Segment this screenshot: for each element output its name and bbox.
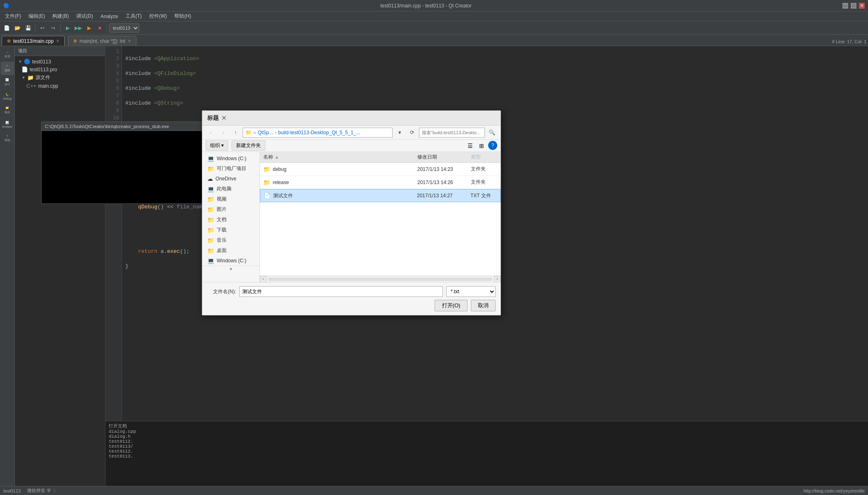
sidebar-item-project[interactable]: 📁 项目: [1, 104, 14, 117]
hscroll-right-btn[interactable]: ›: [494, 276, 501, 283]
nav-scroll-down[interactable]: ▼: [202, 266, 260, 272]
sidebar-item-analyze[interactable]: 📊 Analyze: [1, 118, 14, 131]
col-header-date[interactable]: 修改日期: [414, 154, 468, 161]
tree-item-main-cpp[interactable]: C++ main.cpp: [15, 82, 105, 90]
tree-item-test0113[interactable]: ▼ 🔵 test0113: [15, 58, 105, 65]
menu-analyze[interactable]: Analyze: [97, 13, 122, 20]
nav-icon-downloads: 📁: [207, 227, 214, 233]
sidebar-item-welcome[interactable]: ⌂ 欢迎: [1, 48, 14, 61]
nav-forward-button[interactable]: ›: [218, 127, 229, 138]
menu-file[interactable]: 文件(F): [2, 12, 24, 21]
file-type-debug: 文件夹: [468, 166, 501, 173]
analyze-icon: 📊: [5, 121, 9, 124]
file-row-testfile[interactable]: 📄 测试文件 2017/1/13 14:27 TXT 文件: [260, 189, 501, 202]
nav-refresh-button[interactable]: ⟳: [407, 127, 417, 138]
col-header-name[interactable]: 名称 ▲: [260, 154, 414, 161]
dialog-ok-button[interactable]: 打开(O): [435, 300, 468, 311]
dialog-title-text: 标题: [207, 114, 219, 122]
tab-close-main-cpp[interactable]: ✕: [56, 39, 59, 43]
project-selector[interactable]: test0113: [109, 23, 139, 33]
filename-input[interactable]: [239, 286, 443, 297]
nav-icon-this-pc: 💻: [207, 186, 214, 192]
nav-item-videos[interactable]: 📁 视频: [202, 194, 260, 204]
col-header-type[interactable]: 类型: [468, 154, 501, 161]
menu-edit[interactable]: 编辑(E): [25, 12, 48, 21]
tab-main-cpp[interactable]: ⊕ test0113/main.cpp ✕: [2, 36, 65, 46]
sidebar-item-debug[interactable]: 🐛 Debug: [1, 90, 14, 103]
nav-item-pictures[interactable]: 📁 图片: [202, 204, 260, 215]
minimize-button[interactable]: —: [842, 3, 848, 9]
menu-build[interactable]: 构建(B): [49, 12, 72, 21]
tree-item-pro[interactable]: 📄 test0113.pro: [15, 65, 105, 73]
tab-label-function: main(int, char *[]): int: [80, 38, 125, 44]
menu-controls[interactable]: 控件(W): [146, 12, 170, 21]
toolbar-stop-btn[interactable]: ■: [95, 23, 105, 33]
help-dialog-button[interactable]: ?: [488, 141, 497, 150]
col-name-label: 名称: [263, 154, 273, 161]
hscroll-left-btn[interactable]: ‹: [260, 276, 267, 283]
nav-back-button[interactable]: ‹: [206, 127, 216, 138]
view-details-button[interactable]: ⊞: [477, 141, 487, 151]
tab-function[interactable]: ⊕ main(int, char *[]): int ✕: [68, 36, 136, 46]
nav-item-windows-c2[interactable]: 💻 Windows (C:): [202, 256, 260, 266]
menu-help[interactable]: 帮助(H): [171, 12, 194, 21]
toolbar-new-btn[interactable]: 📄: [2, 23, 12, 33]
nav-item-onedrive[interactable]: ☁ OneDrive: [202, 174, 260, 184]
menu-tools[interactable]: 工具(T): [122, 12, 145, 21]
file-list-header: 名称 ▲ 修改日期 类型: [260, 152, 501, 163]
output-line-1: 打开文档: [109, 423, 865, 429]
organize-button[interactable]: 组织 ▾: [206, 140, 228, 151]
nav-search-button[interactable]: 🔍: [487, 127, 497, 138]
view-list-button[interactable]: ☰: [465, 141, 475, 151]
nav-search-input[interactable]: [419, 128, 485, 138]
nav-icon-desktop: 📁: [207, 248, 214, 254]
menu-debug[interactable]: 调试(D): [73, 12, 96, 21]
nav-dropdown-button[interactable]: ▾: [394, 127, 405, 138]
dialog-cancel-button[interactable]: 取消: [471, 300, 496, 311]
maximize-button[interactable]: □: [851, 3, 856, 9]
nav-item-windows-c[interactable]: 💻 Windows (C:): [202, 154, 260, 163]
sidebar-item-edit[interactable]: ✏ 编辑: [1, 62, 14, 75]
edit-icon: ✏: [6, 64, 9, 68]
nav-item-docs[interactable]: 📁 文档: [202, 215, 260, 225]
dialog-left-nav: 💻 Windows (C:) 📁 可门电厂项目 ☁ OneDrive 💻 此电脑…: [202, 152, 260, 282]
toolbar-open-btn[interactable]: 📂: [12, 23, 22, 33]
dialog-close-button[interactable]: ✕: [219, 113, 229, 123]
nav-item-keymen[interactable]: 📁 可门电厂项目: [202, 163, 260, 174]
toolbar-run-btn[interactable]: ▶▶: [73, 23, 83, 33]
path-segment-2[interactable]: build-test0113-Desktop_Qt_5_5_1_...: [278, 130, 360, 135]
toolbar-save-btn[interactable]: 💾: [23, 23, 33, 33]
edit-label: 编辑: [5, 68, 10, 72]
path-folder-icon: 📁: [246, 130, 252, 135]
nav-item-music[interactable]: 📁 音乐: [202, 235, 260, 245]
nav-item-desktop[interactable]: 📁 桌面: [202, 245, 260, 256]
file-row-debug[interactable]: 📁 debug 2017/1/13 14:23 文件夹: [260, 163, 501, 176]
close-button[interactable]: ✕: [859, 3, 865, 9]
sidebar-item-design[interactable]: ⬜ 设计: [1, 76, 14, 89]
new-folder-button[interactable]: 新建文件夹: [232, 140, 265, 151]
nav-item-downloads[interactable]: 📁 下载: [202, 225, 260, 235]
file-row-release[interactable]: 📁 release 2017/1/13 14:26 文件夹: [260, 176, 501, 189]
analyze-label: Analyze: [2, 125, 12, 128]
tab-close-function[interactable]: ✕: [128, 39, 131, 43]
project-panel-title: 项目: [18, 48, 27, 54]
toolbar-debug-run-btn[interactable]: ▶: [84, 23, 94, 33]
status-project: test0113: [3, 488, 21, 493]
tree-item-sources[interactable]: ▼ 📁 源文件: [15, 73, 105, 82]
toolbar-undo-btn[interactable]: ↩: [37, 23, 47, 33]
nav-label-downloads: 下载: [217, 226, 227, 233]
nav-path-bar[interactable]: 📁 « QtSp... › build-test0113-Desktop_Qt_…: [243, 128, 393, 138]
nav-up-button[interactable]: ↑: [230, 127, 241, 138]
debug-label: Debug: [3, 97, 12, 100]
filename-label: 文件名(N):: [207, 288, 236, 295]
output-line-3: dialog.h: [109, 434, 865, 439]
toolbar-redo-btn[interactable]: ↪: [48, 23, 58, 33]
path-segment-1[interactable]: QtSp...: [258, 130, 273, 135]
nav-icon-music: 📁: [207, 237, 214, 244]
sidebar-item-help[interactable]: ? 帮助: [1, 132, 14, 145]
filter-select[interactable]: *.txt: [446, 286, 496, 297]
nav-item-this-pc[interactable]: 💻 此电脑: [202, 184, 260, 194]
toolbar-build-btn[interactable]: ▶: [63, 23, 73, 33]
welcome-label: 欢迎: [5, 54, 10, 58]
hscroll-track[interactable]: [268, 278, 492, 281]
